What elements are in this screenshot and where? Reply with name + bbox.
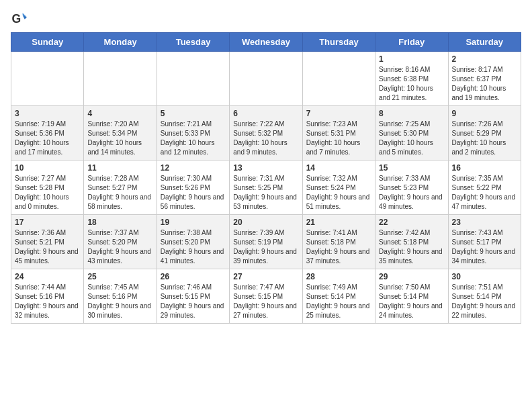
day-info: Sunrise: 7:26 AM Sunset: 5:29 PM Dayligh… <box>452 120 517 157</box>
calendar-cell: 2Sunrise: 8:17 AM Sunset: 6:37 PM Daylig… <box>448 52 521 106</box>
day-number: 16 <box>452 163 517 173</box>
calendar-header-wednesday: Wednesday <box>230 33 302 52</box>
day-info: Sunrise: 7:35 AM Sunset: 5:22 PM Dayligh… <box>452 174 517 212</box>
calendar-cell: 28Sunrise: 7:49 AM Sunset: 5:14 PM Dayli… <box>302 269 375 324</box>
calendar-header-friday: Friday <box>375 33 448 52</box>
day-info: Sunrise: 7:30 AM Sunset: 5:26 PM Dayligh… <box>161 174 226 212</box>
day-info: Sunrise: 7:36 AM Sunset: 5:21 PM Dayligh… <box>15 228 80 266</box>
day-info: Sunrise: 7:28 AM Sunset: 5:27 PM Dayligh… <box>87 174 152 212</box>
day-number: 3 <box>15 109 80 118</box>
calendar-header-row: SundayMondayTuesdayWednesdayThursdayFrid… <box>11 33 521 52</box>
calendar-cell <box>84 52 157 106</box>
day-number: 26 <box>161 272 226 281</box>
calendar-cell: 22Sunrise: 7:42 AM Sunset: 5:18 PM Dayli… <box>375 215 448 269</box>
day-info: Sunrise: 7:44 AM Sunset: 5:16 PM Dayligh… <box>15 283 80 320</box>
calendar-cell: 21Sunrise: 7:41 AM Sunset: 5:18 PM Dayli… <box>302 215 375 269</box>
day-number: 7 <box>306 109 371 118</box>
calendar-cell: 5Sunrise: 7:21 AM Sunset: 5:33 PM Daylig… <box>157 106 229 161</box>
day-info: Sunrise: 8:17 AM Sunset: 6:37 PM Dayligh… <box>452 65 517 103</box>
day-info: Sunrise: 7:21 AM Sunset: 5:33 PM Dayligh… <box>161 120 226 157</box>
day-number: 6 <box>233 109 298 118</box>
calendar-week-row: 24Sunrise: 7:44 AM Sunset: 5:16 PM Dayli… <box>11 269 521 324</box>
calendar-cell: 4Sunrise: 7:20 AM Sunset: 5:34 PM Daylig… <box>84 106 157 161</box>
day-number: 20 <box>233 218 298 227</box>
logo-icon: G <box>11 11 27 27</box>
day-number: 21 <box>306 218 371 227</box>
day-number: 29 <box>379 272 444 281</box>
calendar-cell: 24Sunrise: 7:44 AM Sunset: 5:16 PM Dayli… <box>11 269 84 324</box>
calendar-cell <box>11 52 84 106</box>
logo: G <box>11 11 30 27</box>
calendar-cell: 9Sunrise: 7:26 AM Sunset: 5:29 PM Daylig… <box>448 106 521 161</box>
day-info: Sunrise: 8:16 AM Sunset: 6:38 PM Dayligh… <box>379 65 444 103</box>
header: G <box>11 11 521 27</box>
day-number: 22 <box>379 218 444 227</box>
day-info: Sunrise: 7:42 AM Sunset: 5:18 PM Dayligh… <box>379 228 444 266</box>
calendar-cell: 19Sunrise: 7:38 AM Sunset: 5:20 PM Dayli… <box>157 215 229 269</box>
calendar-cell: 14Sunrise: 7:32 AM Sunset: 5:24 PM Dayli… <box>302 161 375 215</box>
day-number: 4 <box>87 109 152 118</box>
day-number: 9 <box>452 109 517 118</box>
day-number: 19 <box>161 218 226 227</box>
calendar-cell: 7Sunrise: 7:23 AM Sunset: 5:31 PM Daylig… <box>302 106 375 161</box>
calendar-cell: 30Sunrise: 7:51 AM Sunset: 5:14 PM Dayli… <box>448 269 521 324</box>
day-number: 15 <box>379 163 444 173</box>
day-number: 30 <box>452 272 517 281</box>
calendar-cell: 15Sunrise: 7:33 AM Sunset: 5:23 PM Dayli… <box>375 161 448 215</box>
calendar-header-tuesday: Tuesday <box>157 33 229 52</box>
day-info: Sunrise: 7:20 AM Sunset: 5:34 PM Dayligh… <box>87 120 152 157</box>
calendar-cell: 25Sunrise: 7:45 AM Sunset: 5:16 PM Dayli… <box>84 269 157 324</box>
calendar-cell: 10Sunrise: 7:27 AM Sunset: 5:28 PM Dayli… <box>11 161 84 215</box>
calendar-week-row: 17Sunrise: 7:36 AM Sunset: 5:21 PM Dayli… <box>11 215 521 269</box>
day-info: Sunrise: 7:50 AM Sunset: 5:14 PM Dayligh… <box>379 283 444 320</box>
day-info: Sunrise: 7:37 AM Sunset: 5:20 PM Dayligh… <box>87 228 152 266</box>
day-info: Sunrise: 7:43 AM Sunset: 5:17 PM Dayligh… <box>452 228 517 266</box>
calendar-header-sunday: Sunday <box>11 33 84 52</box>
calendar-week-row: 1Sunrise: 8:16 AM Sunset: 6:38 PM Daylig… <box>11 52 521 106</box>
day-number: 10 <box>15 163 80 173</box>
day-info: Sunrise: 7:47 AM Sunset: 5:15 PM Dayligh… <box>233 283 298 320</box>
day-number: 2 <box>452 54 517 64</box>
day-info: Sunrise: 7:22 AM Sunset: 5:32 PM Dayligh… <box>233 120 298 157</box>
day-info: Sunrise: 7:49 AM Sunset: 5:14 PM Dayligh… <box>306 283 371 320</box>
day-info: Sunrise: 7:32 AM Sunset: 5:24 PM Dayligh… <box>306 174 371 212</box>
day-info: Sunrise: 7:25 AM Sunset: 5:30 PM Dayligh… <box>379 120 444 157</box>
day-info: Sunrise: 7:19 AM Sunset: 5:36 PM Dayligh… <box>15 120 80 157</box>
day-info: Sunrise: 7:46 AM Sunset: 5:15 PM Dayligh… <box>161 283 226 320</box>
calendar-cell: 3Sunrise: 7:19 AM Sunset: 5:36 PM Daylig… <box>11 106 84 161</box>
day-number: 27 <box>233 272 298 281</box>
calendar-table: SundayMondayTuesdayWednesdayThursdayFrid… <box>11 32 521 324</box>
calendar-cell: 6Sunrise: 7:22 AM Sunset: 5:32 PM Daylig… <box>230 106 302 161</box>
day-number: 1 <box>379 54 444 64</box>
day-info: Sunrise: 7:27 AM Sunset: 5:28 PM Dayligh… <box>15 174 80 212</box>
calendar-cell <box>302 52 375 106</box>
day-info: Sunrise: 7:31 AM Sunset: 5:25 PM Dayligh… <box>233 174 298 212</box>
day-number: 13 <box>233 163 298 173</box>
day-number: 24 <box>15 272 80 281</box>
day-info: Sunrise: 7:38 AM Sunset: 5:20 PM Dayligh… <box>161 228 226 266</box>
day-number: 18 <box>87 218 152 227</box>
calendar-week-row: 3Sunrise: 7:19 AM Sunset: 5:36 PM Daylig… <box>11 106 521 161</box>
day-number: 8 <box>379 109 444 118</box>
day-number: 28 <box>306 272 371 281</box>
calendar-cell: 12Sunrise: 7:30 AM Sunset: 5:26 PM Dayli… <box>157 161 229 215</box>
day-info: Sunrise: 7:51 AM Sunset: 5:14 PM Dayligh… <box>452 283 517 320</box>
calendar-cell <box>230 52 302 106</box>
day-info: Sunrise: 7:41 AM Sunset: 5:18 PM Dayligh… <box>306 228 371 266</box>
calendar-cell: 29Sunrise: 7:50 AM Sunset: 5:14 PM Dayli… <box>375 269 448 324</box>
calendar-header-monday: Monday <box>84 33 157 52</box>
calendar-cell: 18Sunrise: 7:37 AM Sunset: 5:20 PM Dayli… <box>84 215 157 269</box>
calendar-cell: 11Sunrise: 7:28 AM Sunset: 5:27 PM Dayli… <box>84 161 157 215</box>
calendar-cell: 20Sunrise: 7:39 AM Sunset: 5:19 PM Dayli… <box>230 215 302 269</box>
calendar-cell: 23Sunrise: 7:43 AM Sunset: 5:17 PM Dayli… <box>448 215 521 269</box>
day-number: 14 <box>306 163 371 173</box>
day-info: Sunrise: 7:45 AM Sunset: 5:16 PM Dayligh… <box>87 283 152 320</box>
calendar-cell: 13Sunrise: 7:31 AM Sunset: 5:25 PM Dayli… <box>230 161 302 215</box>
calendar-cell: 1Sunrise: 8:16 AM Sunset: 6:38 PM Daylig… <box>375 52 448 106</box>
calendar-header-saturday: Saturday <box>448 33 521 52</box>
calendar-cell <box>157 52 229 106</box>
day-number: 25 <box>87 272 152 281</box>
calendar-cell: 27Sunrise: 7:47 AM Sunset: 5:15 PM Dayli… <box>230 269 302 324</box>
day-number: 17 <box>15 218 80 227</box>
calendar-cell: 16Sunrise: 7:35 AM Sunset: 5:22 PM Dayli… <box>448 161 521 215</box>
